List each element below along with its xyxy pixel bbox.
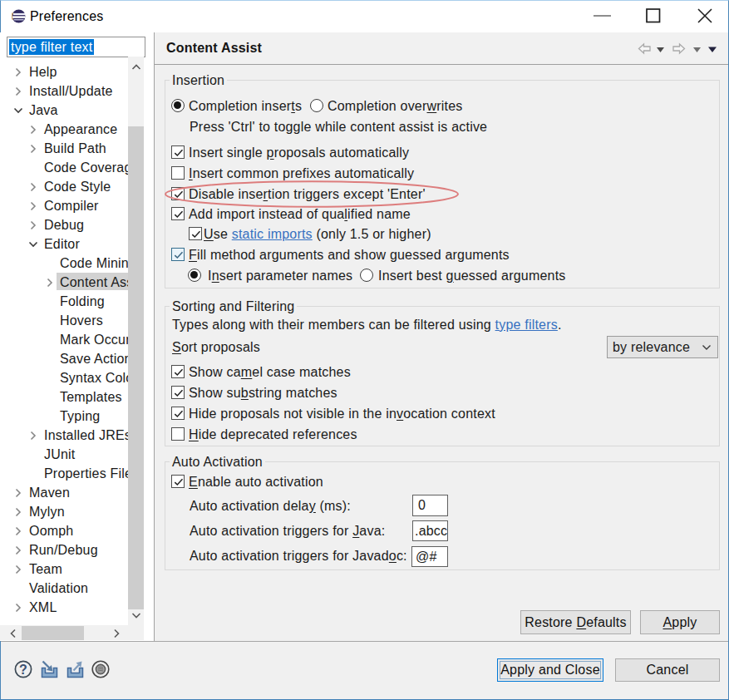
svg-text:?: ? [19,663,27,677]
